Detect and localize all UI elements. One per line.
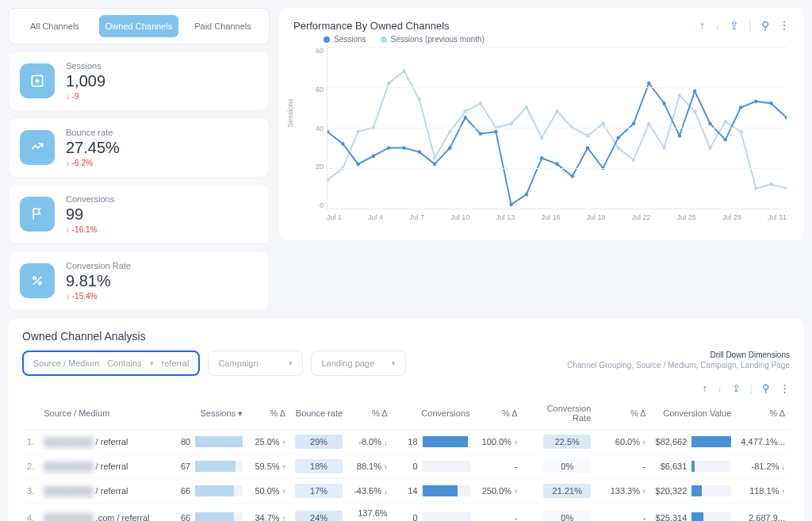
filter-campaign[interactable]: Campaign▾ — [208, 351, 303, 376]
svg-point-11 — [448, 130, 451, 134]
svg-point-8 — [402, 69, 405, 73]
metric-conversions[interactable]: Conversions 99 ↓ -16.1% — [8, 184, 270, 244]
col-source[interactable]: Source / Medium — [39, 397, 165, 430]
svg-point-25 — [662, 146, 665, 150]
svg-point-30 — [739, 130, 742, 134]
col-delta3[interactable]: % Δ — [475, 397, 523, 430]
bounce-icon — [20, 130, 55, 165]
chevron-down-icon: ▾ — [392, 359, 396, 367]
drill-down-info: Drill Down Dimensions Channel Grouping, … — [567, 351, 790, 370]
svg-point-45 — [494, 130, 497, 134]
filter-landing-page[interactable]: Landing page▾ — [311, 351, 406, 376]
svg-point-32 — [769, 182, 772, 186]
svg-point-24 — [647, 122, 650, 126]
svg-point-27 — [693, 109, 696, 113]
tab-owned-channels[interactable]: Owned Channels — [99, 15, 178, 37]
svg-point-28 — [708, 146, 711, 150]
conv-label: Conversions — [66, 194, 114, 204]
more-icon[interactable]: ⋮ — [779, 19, 790, 32]
metric-conversion-rate[interactable]: Conversion Rate 9.81% ↓ -15.4% — [8, 251, 270, 311]
rate-label: Conversion Rate — [66, 261, 131, 270]
analysis-title: Owned Channel Analysis — [22, 330, 790, 343]
chevron-down-icon: ▾ — [289, 359, 293, 367]
svg-point-10 — [433, 156, 436, 160]
svg-point-46 — [509, 203, 512, 207]
col-delta1[interactable]: % Δ — [247, 397, 290, 430]
svg-point-60 — [724, 138, 727, 142]
col-sessions[interactable]: Sessions ▾ — [165, 397, 247, 430]
svg-point-26 — [678, 94, 681, 98]
col-delta5[interactable]: % Δ — [736, 397, 790, 430]
filter-source-medium[interactable]: Source / Medium Contains ▾ referral — [22, 351, 200, 376]
svg-point-29 — [724, 120, 727, 124]
flag-icon — [20, 197, 55, 232]
bounce-label: Bounce rate — [66, 128, 120, 137]
svg-point-9 — [418, 98, 421, 102]
chart-area: Sessions 806040200 Jul 1Jul 4Jul 7Jul 10… — [293, 47, 790, 229]
table-row[interactable]: 3. ████████ / referral 66 50.0% ↑ 17% -4… — [22, 479, 790, 504]
table-row[interactable]: 1. ████████ / referral 80 25.0% ↑ 29% -8… — [22, 430, 790, 454]
svg-point-58 — [693, 90, 696, 94]
svg-point-48 — [540, 156, 543, 160]
svg-point-53 — [616, 136, 619, 140]
bounce-value: 27.45% — [66, 139, 120, 157]
svg-point-62 — [754, 100, 757, 104]
svg-point-5 — [356, 130, 359, 134]
col-rate[interactable]: Conversion Rate — [523, 397, 596, 430]
rate-delta: ↓ -15.4% — [66, 292, 131, 301]
sort-desc-icon[interactable]: ↓ — [714, 19, 720, 32]
sessions-delta: ↓ -9 — [66, 92, 105, 101]
sessions-value: 1,009 — [66, 72, 105, 90]
more-icon[interactable]: ⋮ — [779, 382, 790, 394]
table-row[interactable]: 4. ████████ .com / referral 66 34.7% ↑ 2… — [22, 504, 790, 522]
svg-point-36 — [356, 163, 359, 167]
svg-point-59 — [708, 122, 711, 126]
table-header-row: Source / Medium Sessions ▾ % Δ Bounce ra… — [22, 397, 790, 430]
metric-bounce[interactable]: Bounce rate 27.45% ↓ -6.2% — [8, 117, 270, 178]
tab-paid-channels[interactable]: Paid Channels — [183, 15, 262, 37]
svg-point-7 — [387, 82, 390, 86]
svg-point-43 — [463, 116, 466, 120]
svg-point-13 — [479, 102, 482, 105]
x-axis: Jul 1Jul 4Jul 7Jul 10Jul 13Jul 16Jul 19J… — [327, 213, 787, 229]
export-icon[interactable]: ⇪ — [732, 382, 741, 394]
sort-desc-icon[interactable]: ↓ — [717, 382, 722, 394]
svg-point-42 — [448, 146, 451, 150]
table-row[interactable]: 2. ████████ / referral 67 59.5% ↑ 18% 88… — [22, 454, 790, 479]
col-conversions[interactable]: Conversions — [393, 397, 475, 430]
svg-point-50 — [571, 174, 574, 178]
sort-asc-icon[interactable]: ↑ — [699, 19, 705, 32]
sort-asc-icon[interactable]: ↑ — [703, 382, 708, 394]
analysis-table: Source / Medium Sessions ▾ % Δ Bounce ra… — [22, 397, 790, 521]
svg-point-16 — [525, 105, 528, 109]
col-delta2[interactable]: % Δ — [347, 397, 392, 430]
svg-point-38 — [387, 146, 390, 150]
y-axis-label: Sessions — [286, 98, 294, 128]
export-icon[interactable]: ⇪ — [730, 19, 739, 32]
owned-channel-analysis: Owned Channel Analysis Source / Medium C… — [8, 319, 804, 521]
svg-point-22 — [616, 146, 619, 150]
col-value[interactable]: Conversion Value — [651, 397, 737, 430]
sessions-label: Sessions — [66, 61, 105, 71]
svg-point-61 — [739, 105, 742, 109]
svg-point-39 — [402, 146, 405, 150]
svg-point-57 — [678, 134, 681, 138]
svg-point-21 — [601, 122, 604, 126]
chart-title: Performance By Owned Channels — [293, 20, 450, 32]
tab-all-channels[interactable]: All Channels — [15, 15, 94, 37]
col-delta4[interactable]: % Δ — [596, 397, 650, 430]
col-bounce[interactable]: Bounce rate — [290, 397, 347, 430]
svg-point-31 — [754, 186, 757, 190]
svg-point-63 — [769, 102, 772, 105]
svg-point-15 — [509, 122, 512, 126]
svg-point-35 — [341, 142, 344, 146]
filter-icon[interactable]: ⚲ — [761, 19, 769, 32]
svg-point-17 — [540, 136, 543, 140]
svg-point-18 — [555, 109, 558, 113]
filter-icon[interactable]: ⚲ — [762, 382, 770, 394]
conv-value: 99 — [66, 205, 114, 224]
svg-point-20 — [586, 134, 589, 138]
metric-sessions[interactable]: Sessions 1,009 ↓ -9 — [8, 51, 270, 111]
svg-point-55 — [647, 82, 650, 86]
svg-point-47 — [525, 193, 528, 197]
